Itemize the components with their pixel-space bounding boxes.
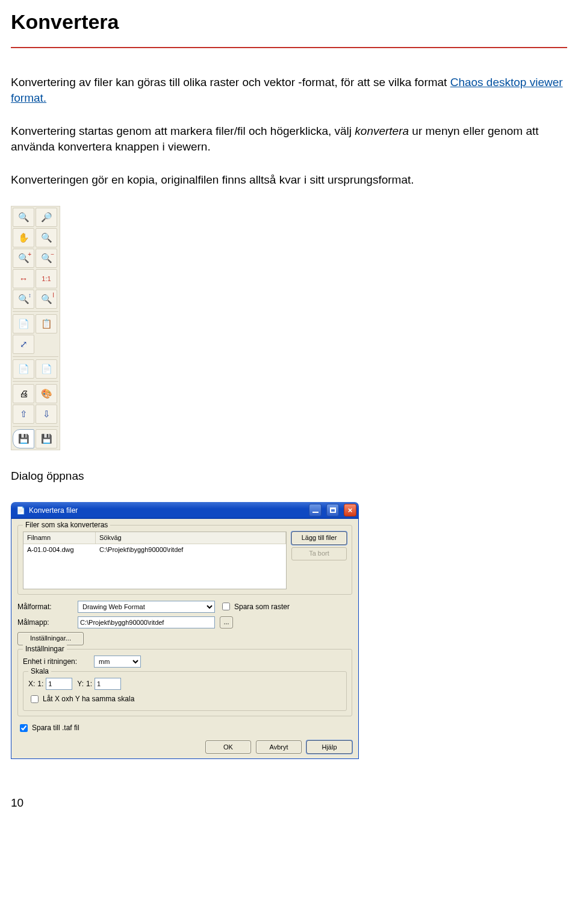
toolbar-separator	[13, 311, 58, 312]
dialog-title: Konvertera filer	[29, 506, 78, 515]
one-to-one-icon[interactable]: 1:1	[36, 269, 57, 288]
maximize-button[interactable]	[326, 504, 339, 516]
malformat-select[interactable]: Drawing Web Format	[78, 601, 215, 613]
spara-raster-label: Spara som raster	[234, 602, 290, 612]
browse-button[interactable]: ...	[220, 616, 233, 628]
page-number: 10	[11, 795, 567, 811]
remove-button: Ta bort	[291, 547, 347, 560]
malmapp-label: Målmapp:	[17, 618, 73, 627]
y-prefix: 1:	[86, 679, 92, 689]
spara-taf-label: Spara till .taf fil	[32, 723, 79, 733]
settings-group-legend: Inställningar	[23, 644, 67, 654]
minimize-button[interactable]	[309, 504, 322, 516]
page-title: Konvertera	[11, 8, 567, 36]
dialog-titlebar[interactable]: 📄 Konvertera filer ×	[11, 502, 359, 519]
viewer-toolbar: 🔍 🔎 ✋ 🔍 🔍+ 🔍− ↔ 1:1 🔍↕ 🔍I 📄 📋 ⤢ 📄 📄 🖨 🎨 …	[11, 206, 60, 450]
dialog-icon: 📄	[16, 506, 25, 515]
zoom-minus-icon[interactable]: 🔍−	[36, 249, 57, 268]
close-button[interactable]: ×	[344, 504, 356, 516]
spara-raster-input[interactable]	[222, 603, 230, 610]
table-header: Filnamn Sökväg	[23, 532, 286, 544]
dialog-opens-label: Dialog öppnas	[11, 468, 567, 484]
x-scale-input[interactable]	[46, 678, 72, 690]
same-scale-input[interactable]	[31, 695, 39, 703]
copy-icon[interactable]: 📋	[36, 314, 57, 333]
zoom-in-icon[interactable]: 🔍	[13, 208, 34, 227]
fullscreen-icon[interactable]: ⤢	[13, 335, 34, 354]
files-group-legend: Filer som ska konverteras	[23, 520, 110, 530]
dialog-footer: OK Avbryt Hjälp	[17, 740, 352, 754]
enhet-select[interactable]: mm	[94, 656, 141, 668]
convert-dialog: 📄 Konvertera filer × Filer som ska konve…	[11, 502, 359, 759]
paragraph-2-a: Konvertering startas genom att markera f…	[11, 125, 355, 137]
files-group: Filer som ska konverteras Filnamn Sökväg…	[17, 525, 352, 595]
malmapp-row: Målmapp: ...	[17, 616, 352, 628]
files-table[interactable]: Filnamn Sökväg A-01.0-004.dwg C:\Projekt…	[23, 532, 287, 589]
cell-filnamn: A-01.0-004.dwg	[23, 544, 96, 556]
zoom-info-icon[interactable]: 🔍I	[36, 290, 57, 309]
same-scale-label: Låt X oxh Y ha samma skala	[43, 694, 134, 704]
spara-raster-checkbox[interactable]: Spara som raster	[220, 601, 290, 612]
cell-sokvag: C:\Projekt\byggh90000\ritdef	[96, 544, 286, 556]
col-sokvag[interactable]: Sökväg	[96, 532, 286, 544]
palette-icon[interactable]: 🎨	[36, 384, 57, 403]
malformat-row: Målformat: Drawing Web Format Spara som …	[17, 601, 352, 613]
col-filnamn[interactable]: Filnamn	[23, 532, 96, 544]
ok-button[interactable]: OK	[205, 740, 251, 754]
x-label: X:	[28, 679, 35, 689]
toolbar-separator	[13, 356, 58, 357]
skala-row: X: 1: Y: 1:	[28, 678, 341, 690]
paragraph-1: Konvertering av filer kan göras till oli…	[11, 75, 567, 105]
heading-rule	[11, 47, 567, 48]
y-scale-input[interactable]	[95, 678, 121, 690]
print-icon[interactable]: 🖨	[13, 384, 34, 403]
paragraph-3: Konverteringen gör en kopia, originalfil…	[11, 172, 567, 188]
fit-height-icon[interactable]: 🔍↕	[13, 290, 34, 309]
fit-width-icon[interactable]: ↔	[13, 269, 34, 288]
x-prefix: 1:	[37, 679, 43, 689]
page-prev-icon[interactable]: 📄	[13, 359, 34, 379]
malformat-label: Målformat:	[17, 602, 73, 612]
toolbar-separator	[13, 381, 58, 382]
toolbar-separator	[13, 426, 58, 427]
konvertera-italic: konvertera	[355, 125, 409, 137]
paragraph-2: Konvertering startas genom att markera f…	[11, 123, 567, 154]
export-down-icon[interactable]: ⇩	[36, 405, 57, 424]
installningar-row: Inställningar...	[17, 632, 352, 645]
enhet-label: Enhet i ritningen:	[23, 657, 89, 666]
zoom-region-icon[interactable]: 🔍	[36, 228, 57, 247]
y-label: Y:	[77, 679, 84, 689]
page-next-icon[interactable]: 📄	[36, 359, 57, 379]
spara-taf-checkbox[interactable]: Spara till .taf fil	[17, 722, 79, 734]
add-files-button[interactable]: Lägg till filer	[291, 532, 347, 545]
zoom-plus-icon[interactable]: 🔍+	[13, 249, 34, 268]
save-as-icon[interactable]: 💾	[36, 429, 57, 448]
export-up-icon[interactable]: ⇧	[13, 405, 34, 424]
same-scale-checkbox[interactable]: Låt X oxh Y ha samma skala	[28, 693, 134, 705]
save-button[interactable]: 💾	[13, 429, 34, 448]
layers-icon[interactable]: 📄	[13, 314, 34, 333]
spara-taf-input[interactable]	[20, 724, 28, 732]
enhet-row: Enhet i ritningen: mm	[23, 656, 347, 668]
skala-group: Skala X: 1: Y: 1: Låt X oxh Y ha s	[23, 671, 347, 711]
avbryt-button[interactable]: Avbryt	[256, 740, 302, 754]
skala-legend: Skala	[28, 666, 51, 676]
paragraph-1-text: Konvertering av filer kan göras till oli…	[11, 76, 450, 88]
pan-hand-icon[interactable]: ✋	[13, 228, 34, 247]
dialog-body: Filer som ska konverteras Filnamn Sökväg…	[11, 519, 359, 759]
zoom-out-icon[interactable]: 🔎	[36, 208, 57, 227]
table-row[interactable]: A-01.0-004.dwg C:\Projekt\byggh90000\rit…	[23, 544, 286, 556]
settings-group: Inställningar Enhet i ritningen: mm Skal…	[17, 649, 352, 716]
malmapp-input[interactable]	[78, 616, 215, 628]
hjalp-button[interactable]: Hjälp	[306, 740, 352, 754]
installningar-button[interactable]: Inställningar...	[17, 632, 84, 645]
